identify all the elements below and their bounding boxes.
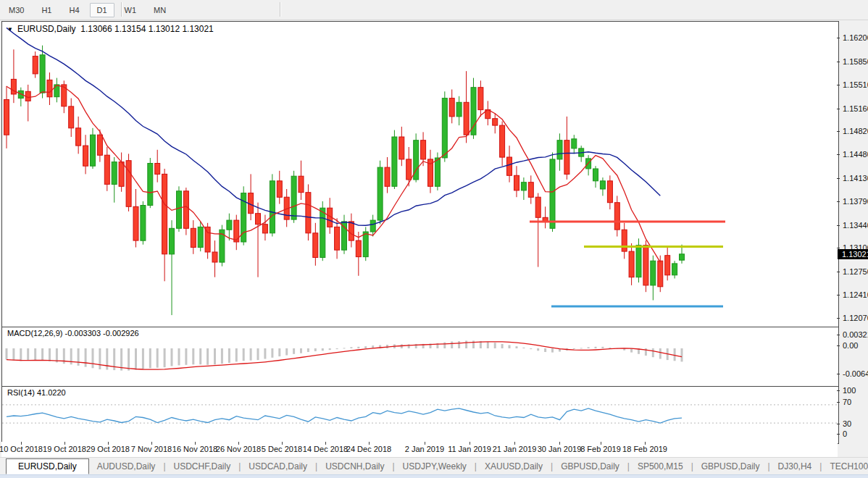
price-axis-label: 1.12410 [838,290,868,299]
date-axis-label: 10 Oct 2018 [0,445,43,453]
axis-tick [837,201,840,202]
axis-tick [837,335,840,335]
date-axis-label: 14 Dec 2018 [303,445,348,453]
candlestick-canvas[interactable] [2,22,837,325]
rsi-axis-label: 0 [838,429,868,438]
rsi-label: RSI(14) 41.0220 [7,388,66,397]
axis-tick [837,62,840,62]
timeframe-button-MN[interactable]: MN [146,3,173,17]
rsi-axis-label: 100 [838,386,868,395]
date-axis-label: 24 Dec 2018 [346,445,391,453]
chart-tab-SP500-M15[interactable]: SP500,M15 [630,459,691,474]
axis-tick [837,345,840,346]
rsi-indicator-panel[interactable]: RSI(14) 41.0220 [1,386,839,444]
axis-tick [837,390,840,391]
axis-tick [837,295,840,295]
chart-tab-USDCHF-Daily[interactable]: USDCHF,Daily [166,459,239,474]
axis-tick [837,374,840,374]
candles [4,46,685,315]
timeframe-button-M30[interactable]: M30 [1,3,31,17]
price-axis-label: 1.15510 [838,80,868,89]
date-axis-label: 2 Jan 2019 [405,445,444,453]
price-axis-label: 1.14480 [838,150,868,159]
date-axis-label: 30 Jan 2019 [538,445,582,453]
timeframe-button-D1[interactable]: D1 [90,3,114,17]
date-axis: 10 Oct 201819 Oct 201829 Oct 20187 Nov 2… [1,442,838,457]
timeframe-button-H4[interactable]: H4 [62,3,86,17]
date-axis-label: 18 Feb 2019 [622,445,667,453]
date-axis-label: 26 Nov 2018 [216,445,261,453]
timeframe-toolbar: M30H1H4D1W1MN [0,0,868,20]
macd-axis-label: 0.003216 [838,330,868,339]
price-axis-label: 1.12750 [838,267,868,276]
axis-tick [837,109,840,109]
chart-tab-AUDUSD-Daily[interactable]: AUDUSD,Daily [89,459,164,474]
axis-tick [837,85,840,85]
price-axis-label: 1.14130 [838,174,868,183]
axis-tick [837,248,840,248]
axis-tick [837,154,840,155]
chart-ohlc-values: 1.13066 1.13154 1.13012 1.13021 [80,24,214,34]
toolbar-separator [121,2,122,17]
chart-menu-arrow-icon[interactable]: ▼ [7,26,13,33]
macd-axis-label: 0.00 [838,341,868,350]
date-axis-label: 29 Oct 2018 [86,445,130,453]
macd-label: MACD(12,26,9) -0.003303 -0.002926 [7,329,139,337]
chart-tab-EURUSD-Daily[interactable]: EURUSD,Daily [6,458,89,474]
axis-tick [837,402,840,403]
axis-tick [837,272,840,272]
chart-tab-TECH100[interactable]: TECH100 [822,459,868,474]
macd-indicator-panel[interactable]: MACD(12,26,9) -0.003303 -0.002926 [1,327,839,387]
axis-tick [837,38,840,38]
chart-title: ▼EURUSD,Daily 1.13066 1.13154 1.13012 1.… [7,24,214,34]
rsi-axis-label: 70 [838,398,868,406]
price-axis-label: 1.12070 [838,314,868,322]
chart-tab-GBPUSD-Daily[interactable]: GBPUSD,Daily [553,459,627,474]
macd-axis-label: -0.006485 [838,369,868,378]
date-axis-label: 5 Dec 2018 [262,445,302,453]
date-axis-label: 16 Nov 2018 [172,445,217,453]
date-axis-label: 19 Oct 2018 [43,445,86,453]
timeframe-button-H1[interactable]: H1 [34,3,59,17]
axis-tick [837,225,840,226]
price-axis-label: 1.14820 [838,127,868,135]
mt4-window: M30H1H4D1W1MN ▼EURUSD,Daily 1.13066 1.13… [0,0,868,478]
chart-tab-USDJPY-Weekly[interactable]: USDJPY,Weekly [395,459,475,474]
axis-tick [837,424,840,424]
rsi-line [7,408,682,423]
rsi-canvas[interactable] [2,387,837,442]
axis-tick [837,131,840,132]
current-price-badge: 1.13021 [838,249,868,259]
rsi-axis-label: 30 [838,419,868,428]
chart-tab-USDCNH-Daily[interactable]: USDCNH,Daily [317,459,392,474]
chart-tab-USDCAD-Daily[interactable]: USDCAD,Daily [241,459,315,474]
date-axis-label: 8 Feb 2019 [580,445,621,453]
slow-ma-line [7,28,660,225]
chart-tab-DJ30-H4[interactable]: DJ30,H4 [770,459,820,474]
chart-symbol-period: EURUSD,Daily [17,24,76,34]
price-axis-label: 1.16200 [838,33,868,42]
chart-tab-bar: EURUSD,DailyAUDUSD,Daily|USDCHF,Daily|US… [0,457,868,474]
price-axis-label: 1.13440 [838,221,868,230]
date-axis-label: 11 Jan 2019 [448,445,491,453]
price-axis-label: 1.13790 [838,197,868,206]
axis-tick [837,318,840,319]
axis-tick [837,434,840,435]
chart-tab-XAUUSD-Daily[interactable]: XAUUSD,Daily [477,459,551,474]
date-axis-label: 21 Jan 2019 [493,445,537,453]
chart-tab-GBPUSD-Daily[interactable]: GBPUSD,Daily [693,459,768,474]
price-axis-label: 1.15160 [838,104,868,113]
price-chart-panel[interactable]: ▼EURUSD,Daily 1.13066 1.13154 1.13012 1.… [1,21,839,327]
bottom-dock-strip [0,474,868,478]
axis-tick [837,178,840,179]
toolbar-separator [280,2,281,17]
date-axis-label: 7 Nov 2018 [131,445,172,453]
price-axis-label: 1.15850 [838,57,868,66]
